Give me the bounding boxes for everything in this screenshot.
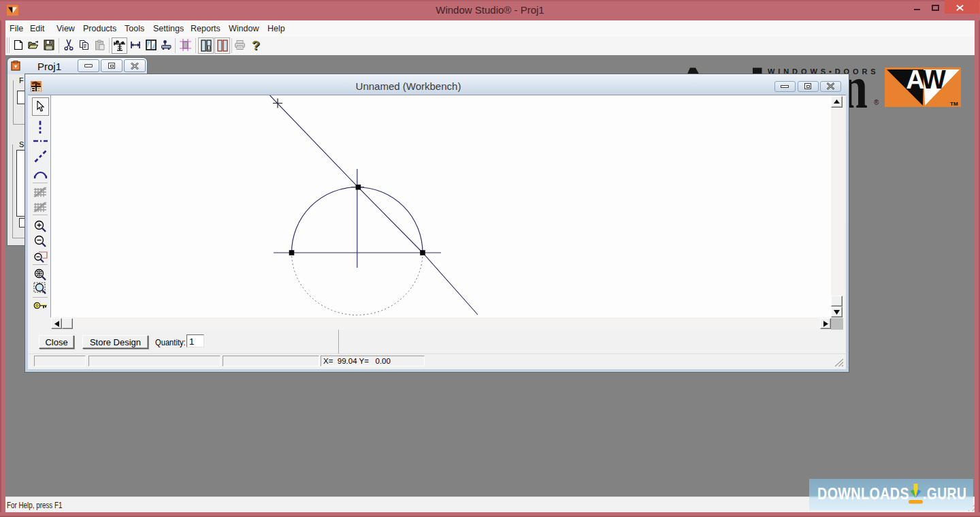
- svg-text:W: W: [921, 67, 946, 94]
- svg-text:TM: TM: [950, 101, 958, 107]
